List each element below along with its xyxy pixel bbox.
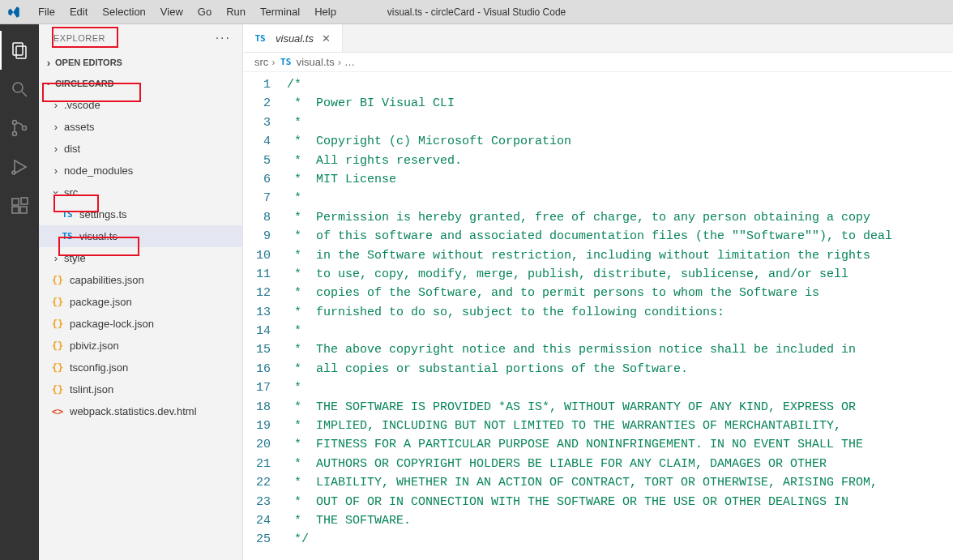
svg-rect-9 <box>12 199 19 205</box>
chevron-right-icon: › <box>271 56 275 68</box>
line-number: 8 <box>243 208 271 227</box>
open-editors-label: OPEN EDITORS <box>55 58 122 67</box>
tree-item-label: pbiviz.json <box>70 340 119 352</box>
code-line[interactable]: * THE SOFTWARE. <box>287 511 953 530</box>
tree-item-assets[interactable]: ›assets <box>39 116 242 138</box>
code-line[interactable]: * IMPLIED, INCLUDING BUT NOT LIMITED TO … <box>287 417 953 435</box>
tree-item-node-modules[interactable]: ›node_modules <box>39 160 242 182</box>
tree-item-package-json[interactable]: {}package.json <box>39 291 242 313</box>
workspace-label: CIRCLECARD <box>55 79 114 88</box>
code-line[interactable]: * All rights reserved. <box>287 152 953 170</box>
chevron-right-icon: › <box>50 121 62 133</box>
tree-item-label: webpack.statistics.dev.html <box>70 405 197 417</box>
tree-item-tsconfig-json[interactable]: {}tsconfig.json <box>39 357 242 378</box>
code-line[interactable]: * Power BI Visual CLI <box>287 94 953 113</box>
code-line[interactable]: * AUTHORS OR COPYRIGHT HOLDERS BE LIABLE… <box>287 455 953 473</box>
tree-item-label: visual.ts <box>79 230 118 242</box>
code-line[interactable]: * THE SOFTWARE IS PROVIDED *AS IS*, WITH… <box>287 398 953 417</box>
section-open-editors[interactable]: › OPEN EDITORS <box>39 52 242 73</box>
breadcrumb-file[interactable]: visual.ts <box>297 56 335 68</box>
line-number: 14 <box>243 322 271 340</box>
code-line[interactable]: * <box>287 378 953 397</box>
menu-go[interactable]: Go <box>190 2 219 21</box>
breadcrumb-src[interactable]: src <box>254 56 268 68</box>
menu-run[interactable]: Run <box>219 2 253 21</box>
tree-item-package-lock-json[interactable]: {}package-lock.json <box>39 313 242 335</box>
code-line[interactable]: * <box>287 189 953 207</box>
sidebar-explorer: EXPLORER ··· › OPEN EDITORS › CIRCLECARD… <box>39 24 243 560</box>
html-icon: <> <box>50 406 65 417</box>
vscode-logo-icon <box>6 5 21 19</box>
line-number: 7 <box>243 189 271 207</box>
chevron-down-icon: › <box>50 187 62 199</box>
menu-terminal[interactable]: Terminal <box>253 2 307 21</box>
code-line[interactable]: */ <box>287 530 953 549</box>
ts-icon: TS <box>253 33 267 44</box>
svg-line-3 <box>22 92 27 96</box>
code-area[interactable]: 1234567891011121314151617181920212223242… <box>243 72 953 560</box>
activity-run-debug[interactable] <box>0 147 39 186</box>
line-number: 10 <box>243 246 271 265</box>
ts-icon: TS <box>279 57 293 67</box>
tab-visual-ts[interactable]: TS visual.ts ✕ <box>243 24 343 52</box>
tree-item-webpack-statistics-dev-html[interactable]: <>webpack.statistics.dev.html <box>39 400 242 422</box>
menu-view[interactable]: View <box>153 2 190 21</box>
menu-file[interactable]: File <box>31 2 62 21</box>
activity-search[interactable] <box>0 70 39 109</box>
tree-item-style[interactable]: ›style <box>39 247 242 269</box>
code-line[interactable]: * to use, copy, modify, merge, publish, … <box>287 265 953 284</box>
tree-item-src[interactable]: ›src <box>39 182 242 203</box>
code-content[interactable]: /* * Power BI Visual CLI * * Copyright (… <box>287 72 953 560</box>
code-line[interactable]: * copies of the Software, and to permit … <box>287 284 953 302</box>
svg-rect-11 <box>20 207 27 213</box>
menu-selection[interactable]: Selection <box>95 2 152 21</box>
line-number: 1 <box>243 75 271 94</box>
code-line[interactable]: * MIT License <box>287 170 953 189</box>
svg-rect-1 <box>16 46 26 58</box>
code-line[interactable]: * <box>287 322 953 340</box>
chevron-right-icon: › <box>338 56 341 68</box>
activity-extensions[interactable] <box>0 186 39 225</box>
editor-tabs: TS visual.ts ✕ <box>243 24 953 53</box>
tree-item-dist[interactable]: ›dist <box>39 138 242 160</box>
code-line[interactable]: * all copies or substantial portions of … <box>287 360 953 378</box>
line-number: 18 <box>243 398 271 417</box>
tree-item-capabilities-json[interactable]: {}capabilities.json <box>39 269 242 291</box>
chevron-right-icon: › <box>50 99 62 111</box>
line-number: 17 <box>243 378 271 397</box>
code-line[interactable]: /* <box>287 75 953 94</box>
menu-help[interactable]: Help <box>307 2 344 21</box>
code-line[interactable]: * The above copyright notice and this pe… <box>287 340 953 359</box>
tree-item-tslint-json[interactable]: {}tslint.json <box>39 378 242 400</box>
line-number: 4 <box>243 132 271 151</box>
tree-item-label: capabilities.json <box>70 274 144 286</box>
menu-edit[interactable]: Edit <box>62 2 95 21</box>
code-line[interactable]: * OUT OF OR IN CONNECTION WITH THE SOFTW… <box>287 493 953 511</box>
svg-rect-0 <box>13 43 23 55</box>
breadcrumbs[interactable]: src › TS visual.ts › … <box>243 53 953 72</box>
json-icon: {} <box>50 318 65 330</box>
code-line[interactable]: * Permission is hereby granted, free of … <box>287 208 953 227</box>
activity-explorer[interactable] <box>0 31 39 70</box>
tree-item-visual-ts[interactable]: TSvisual.ts <box>39 225 242 247</box>
section-workspace[interactable]: › CIRCLECARD <box>39 73 242 94</box>
code-line[interactable]: * of this software and associated docume… <box>287 227 953 246</box>
sidebar-title-row: EXPLORER ··· <box>39 24 242 52</box>
tree-item-settings-ts[interactable]: TSsettings.ts <box>39 203 242 225</box>
code-line[interactable]: * LIABILITY, WHETHER IN AN ACTION OF CON… <box>287 473 953 492</box>
line-number: 19 <box>243 417 271 435</box>
code-line[interactable]: * <box>287 113 953 132</box>
tree-item--vscode[interactable]: ›.vscode <box>39 94 242 116</box>
tree-item-pbiviz-json[interactable]: {}pbiviz.json <box>39 335 242 357</box>
code-line[interactable]: * furnished to do so, subject to the fol… <box>287 303 953 322</box>
code-line[interactable]: * FITNESS FOR A PARTICULAR PURPOSE AND N… <box>287 435 953 454</box>
line-number: 5 <box>243 152 271 170</box>
sidebar-more-icon[interactable]: ··· <box>216 31 231 45</box>
activity-source-control[interactable] <box>0 109 39 147</box>
tree-item-label: package-lock.json <box>70 318 154 330</box>
close-icon[interactable]: ✕ <box>318 32 334 45</box>
breadcrumb-more[interactable]: … <box>344 56 355 68</box>
svg-point-5 <box>13 132 17 136</box>
code-line[interactable]: * in the Software without restriction, i… <box>287 246 953 265</box>
code-line[interactable]: * Copyright (c) Microsoft Corporation <box>287 132 953 151</box>
